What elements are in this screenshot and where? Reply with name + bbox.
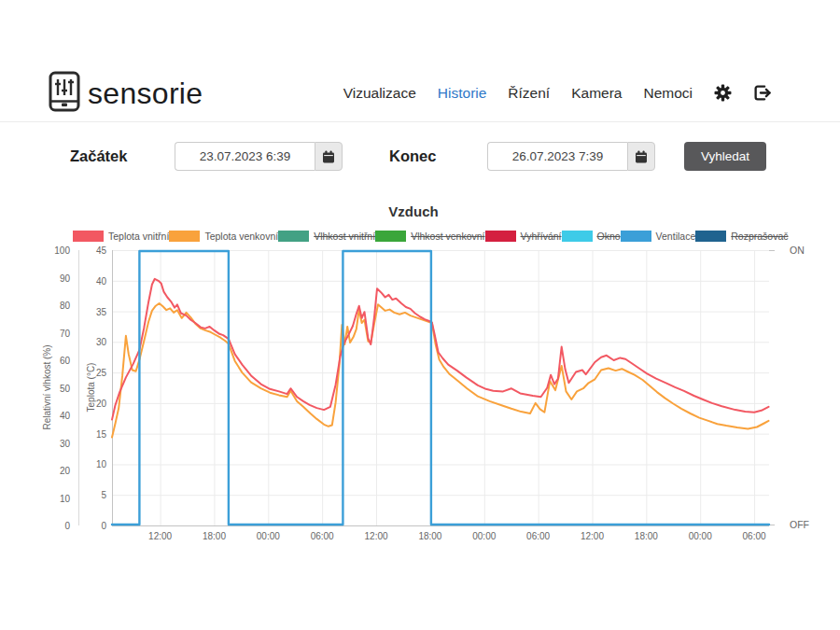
x-tick-label: 18:00 xyxy=(635,531,658,541)
start-date-calendar-button[interactable] xyxy=(315,142,343,171)
temp-tick-label: 10 xyxy=(86,459,106,469)
nav-item-řízení[interactable]: Řízení xyxy=(508,85,550,102)
humidity-tick-label: 20 xyxy=(49,466,70,476)
legend-item[interactable]: Teplota vnitřní xyxy=(73,231,169,242)
chart-plot-area[interactable] xyxy=(112,250,769,525)
temp-tick-label: 20 xyxy=(86,398,106,408)
legend-label: Okno xyxy=(597,231,621,242)
legend-swatch xyxy=(562,231,593,242)
end-date-group xyxy=(487,142,655,171)
main-nav: VizualizaceHistorieŘízeníKameraNemoci xyxy=(343,84,771,102)
humidity-tick-label: 10 xyxy=(49,493,70,503)
chart-title: Vzduch xyxy=(388,203,438,219)
temp-tick-label: 40 xyxy=(86,275,106,286)
humidity-tick-label: 0 xyxy=(49,521,70,531)
legend-label: Vlhkost venkovní xyxy=(411,231,484,242)
temp-tick-label: 0 xyxy=(86,521,106,531)
x-tick-label: 00:00 xyxy=(257,531,280,541)
temp-tick-label: 45 xyxy=(86,245,106,256)
humidity-tick-label: 70 xyxy=(49,328,70,338)
legend-swatch xyxy=(375,231,406,242)
end-date-label: Konec xyxy=(389,142,436,171)
legend-item[interactable]: Rozprašovač xyxy=(695,231,788,242)
humidity-tick-label: 100 xyxy=(49,245,70,256)
brand[interactable]: sensorie xyxy=(49,71,203,116)
state-on-label: ON xyxy=(790,245,805,256)
nav-item-historie[interactable]: Historie xyxy=(438,85,487,102)
start-date-label: Začátek xyxy=(70,142,127,171)
app-window: sensorie VizualizaceHistorieŘízeníKamera… xyxy=(0,0,840,630)
brand-logo-icon xyxy=(49,71,80,116)
legend-item[interactable]: Vyhřívání xyxy=(485,231,562,242)
nav-items: VizualizaceHistorieŘízeníKameraNemoci xyxy=(343,85,693,102)
humidity-tick-label: 50 xyxy=(49,383,70,393)
humidity-tick-label: 30 xyxy=(49,438,70,448)
nav-item-nemoci[interactable]: Nemoci xyxy=(643,85,693,102)
legend-item[interactable]: Vlhkost venkovní xyxy=(375,231,484,242)
legend-swatch xyxy=(695,231,726,242)
end-date-input[interactable] xyxy=(487,142,627,171)
nav-item-kamera[interactable]: Kamera xyxy=(571,85,622,102)
legend-item[interactable]: Okno xyxy=(562,231,621,242)
x-tick-label: 12:00 xyxy=(365,531,388,541)
series-teplota-vnitřní xyxy=(112,279,769,420)
start-date-group xyxy=(175,142,343,171)
brand-name: sensorie xyxy=(88,77,203,111)
chart-legend: Teplota vnitřníTeplota venkovníVlhkost v… xyxy=(73,231,756,242)
x-tick-label: 00:00 xyxy=(689,531,712,541)
legend-swatch xyxy=(485,231,516,242)
x-tick-label: 12:00 xyxy=(581,531,604,541)
legend-label: Vlhkost vnitřní xyxy=(314,231,375,242)
humidity-tick-label: 90 xyxy=(49,273,70,283)
humidity-tick-label: 80 xyxy=(49,301,70,311)
series-teplota-venkovní xyxy=(112,303,769,438)
nav-item-vizualizace[interactable]: Vizualizace xyxy=(343,85,416,102)
legend-label: Teplota venkovní xyxy=(204,231,278,242)
legend-swatch xyxy=(278,231,309,242)
legend-item[interactable]: Teplota venkovní xyxy=(169,231,278,242)
x-tick-label: 06:00 xyxy=(311,531,334,541)
legend-label: Ventilace xyxy=(656,231,696,242)
legend-swatch xyxy=(169,231,200,242)
temp-tick-label: 30 xyxy=(86,337,106,347)
temp-tick-label: 25 xyxy=(86,368,106,378)
x-tick-label: 18:00 xyxy=(203,531,226,541)
start-date-input[interactable] xyxy=(175,142,315,171)
series-ventilace xyxy=(112,251,769,525)
legend-swatch xyxy=(73,231,104,242)
x-tick-label: 00:00 xyxy=(472,531,496,541)
humidity-axis-line xyxy=(78,250,79,525)
x-tick-label: 18:00 xyxy=(418,531,441,541)
humidity-tick-label: 60 xyxy=(49,356,70,366)
humidity-tick-label: 40 xyxy=(49,411,70,421)
temp-tick-label: 35 xyxy=(86,306,106,316)
x-tick-label: 06:00 xyxy=(743,531,766,541)
legend-label: Vyhřívání xyxy=(521,231,562,242)
state-off-label: OFF xyxy=(790,519,809,530)
header-divider xyxy=(0,121,840,122)
search-button[interactable]: Vyhledat xyxy=(684,142,766,171)
legend-label: Teplota vnitřní xyxy=(108,231,169,242)
legend-item[interactable]: Ventilace xyxy=(621,231,696,242)
temp-tick-label: 5 xyxy=(86,490,106,500)
legend-swatch xyxy=(621,231,651,242)
settings-gear-icon[interactable] xyxy=(714,84,732,102)
x-tick-label: 12:00 xyxy=(148,531,172,541)
calendar-icon xyxy=(635,150,648,163)
end-date-calendar-button[interactable] xyxy=(627,142,655,171)
legend-item[interactable]: Vlhkost vnitřní xyxy=(278,231,375,242)
legend-label: Rozprašovač xyxy=(731,231,788,242)
temp-tick-label: 15 xyxy=(86,428,106,439)
x-tick-label: 06:00 xyxy=(526,531,550,541)
calendar-icon xyxy=(322,150,335,163)
logout-icon[interactable] xyxy=(753,84,771,102)
